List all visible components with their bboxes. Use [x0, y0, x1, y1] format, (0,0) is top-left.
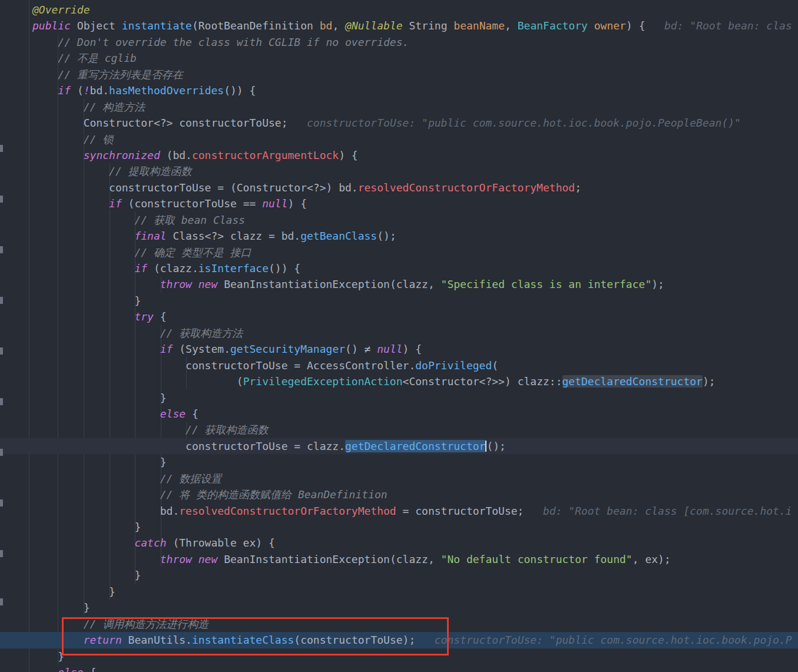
code-line[interactable]: catch (Throwable ex) {	[0, 535, 798, 551]
code-token: // Don't override the class with CGLIB i…	[32, 36, 409, 48]
code-token: (	[71, 84, 84, 97]
code-line[interactable]: constructorToUse = AccessController.doPr…	[0, 357, 798, 373]
code-token: if	[160, 343, 173, 355]
code-line[interactable]: throw new BeanInstantiationException(cla…	[0, 276, 798, 292]
code-line[interactable]: // 不是 cglib	[0, 50, 798, 66]
code-token: instantiate	[122, 19, 192, 32]
code-token: ()) {	[269, 262, 300, 274]
code-token: {	[84, 666, 97, 672]
gutter-mark	[0, 145, 3, 152]
code-token: owner	[594, 19, 626, 32]
code-token	[32, 408, 160, 420]
code-token: bd	[320, 19, 333, 32]
code-line[interactable]: throw new BeanInstantiationException(cla…	[0, 551, 798, 567]
code-line[interactable]: else {	[0, 406, 798, 422]
code-token	[32, 230, 134, 242]
code-token: }	[32, 650, 64, 663]
code-line[interactable]: }	[0, 390, 798, 406]
code-line[interactable]: // 数据设置	[0, 471, 798, 486]
code-line[interactable]: if (!bd.hasMethodOverrides()) {	[0, 82, 798, 98]
code-line[interactable]: // 提取构造函数	[0, 163, 798, 179]
code-token	[32, 666, 58, 672]
code-token: constructorToUse = AccessController.	[32, 359, 415, 372]
code-token	[32, 310, 134, 323]
code-token	[32, 84, 58, 97]
code-area[interactable]: @Overridepublic Object instantiate(RootB…	[0, 2, 798, 672]
code-token: // 数据设置	[32, 472, 221, 485]
code-token: ) {	[626, 19, 645, 32]
code-token: }	[32, 456, 167, 468]
code-line-highlighted[interactable]: constructorToUse = clazz.getDeclaredCons…	[0, 438, 798, 454]
code-token: throw new	[160, 553, 224, 565]
code-line[interactable]: // 锁	[0, 131, 798, 147]
highlighted-identifier: getDeclaredConstructor	[345, 440, 485, 452]
code-token: ) {	[339, 149, 358, 161]
gutter-mark	[0, 297, 3, 304]
code-token: if	[134, 262, 147, 274]
code-line[interactable]: }	[0, 293, 798, 309]
code-token: (constructorToUse ==	[122, 197, 262, 210]
code-line[interactable]: // Don't override the class with CGLIB i…	[0, 34, 798, 50]
code-line[interactable]: // 获取构造函数	[0, 422, 798, 438]
code-line[interactable]: }	[0, 567, 798, 583]
annotation-red-box	[62, 617, 449, 656]
code-line[interactable]: // 获取 bean Class	[0, 212, 798, 228]
code-token: {	[186, 408, 198, 420]
code-line[interactable]: }	[0, 519, 798, 535]
gutter-mark	[0, 598, 3, 605]
code-token: !	[84, 84, 90, 97]
gutter-mark	[0, 196, 3, 203]
code-line[interactable]: else {	[0, 664, 798, 672]
code-token: }	[32, 585, 115, 598]
code-line[interactable]: @Override	[0, 2, 798, 18]
code-token: constructorToUse = clazz.	[32, 440, 345, 452]
code-token: constructorToUse = (Constructor<?>) bd.	[32, 181, 358, 194]
code-token: // 提取构造函数	[32, 165, 192, 177]
code-token: ,	[332, 19, 345, 32]
code-token: bd.	[90, 84, 110, 97]
code-line[interactable]: // 构造方法	[0, 99, 798, 115]
code-line[interactable]: final Class<?> clazz = bd.getBeanClass()…	[0, 228, 798, 244]
code-line[interactable]: constructorToUse = (Constructor<?>) bd.r…	[0, 180, 798, 196]
code-token	[32, 197, 109, 210]
code-token: // 确定 类型不是 接口	[32, 246, 251, 259]
code-token: // 不是 cglib	[32, 52, 137, 64]
code-line[interactable]: (PrivilegedExceptionAction<Constructor<?…	[0, 373, 798, 389]
code-line[interactable]: }	[0, 600, 798, 615]
code-token: ) {	[288, 197, 307, 210]
code-line[interactable]: }	[0, 584, 798, 600]
code-line[interactable]: }	[0, 454, 798, 470]
code-line[interactable]: if (constructorToUse == null) {	[0, 196, 798, 211]
code-token: (RootBeanDefinition	[192, 19, 320, 32]
code-token	[32, 537, 134, 549]
code-token	[32, 149, 84, 161]
code-token: // 获取 bean Class	[32, 214, 245, 226]
code-token: ()) {	[224, 84, 256, 97]
code-line[interactable]: // 确定 类型不是 接口	[0, 244, 798, 260]
code-token: doPrivileged	[415, 359, 492, 372]
code-line[interactable]: if (clazz.isInterface()) {	[0, 260, 798, 276]
code-line[interactable]: synchronized (bd.constructorArgumentLock…	[0, 147, 798, 163]
code-token	[588, 19, 594, 32]
inline-debug-hint: bd: "Root bean: class [com.source.hot.i	[524, 505, 792, 517]
code-token: , ex);	[633, 553, 671, 565]
code-token: (	[32, 375, 243, 388]
gutter-mark	[0, 499, 3, 507]
code-token: String	[403, 19, 454, 32]
code-line[interactable]: // 获取构造方法	[0, 325, 798, 341]
code-editor[interactable]: @Overridepublic Object instantiate(RootB…	[0, 0, 798, 672]
code-token: final	[134, 230, 166, 242]
code-line[interactable]: Constructor<?> constructorToUse; constru…	[0, 115, 798, 131]
code-token	[32, 553, 160, 565]
code-line[interactable]: // 将 类的构造函数赋值给 BeanDefinition	[0, 486, 798, 502]
code-token: // 重写方法列表是否存在	[32, 68, 183, 81]
code-token: resolvedConstructorOrFactoryMethod	[179, 505, 396, 517]
code-token: // 构造方法	[32, 101, 145, 113]
code-line[interactable]: bd.resolvedConstructorOrFactoryMethod = …	[0, 503, 798, 519]
code-token: BeanInstantiationException(clazz,	[224, 278, 441, 290]
code-line[interactable]: if (System.getSecurityManager() ≠ null) …	[0, 341, 798, 357]
code-line[interactable]: // 重写方法列表是否存在	[0, 67, 798, 82]
code-token: getBeanClass	[300, 230, 377, 242]
code-line[interactable]: public Object instantiate(RootBeanDefini…	[0, 18, 798, 34]
code-line[interactable]: try {	[0, 309, 798, 325]
